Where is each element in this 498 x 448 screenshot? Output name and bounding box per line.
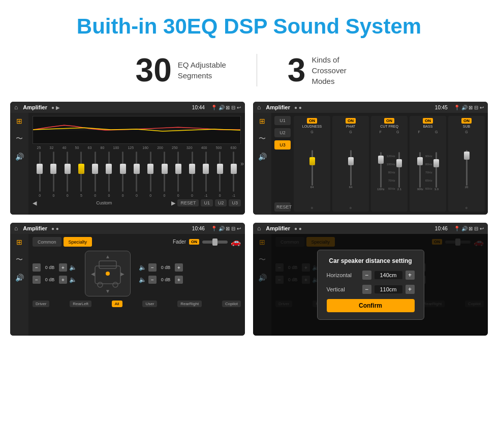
loudness-on-btn[interactable]: ON xyxy=(307,118,317,124)
horizontal-plus-btn[interactable]: + xyxy=(406,271,415,280)
screen1-icons: 📍 🔊 ⊠ ⊟ ↩ xyxy=(211,105,241,110)
horizontal-minus-btn[interactable]: − xyxy=(362,271,371,280)
home-icon: ⌂ xyxy=(14,104,18,111)
specialty-tab[interactable]: Specialty xyxy=(64,237,92,247)
fr-plus-btn[interactable]: + xyxy=(175,263,183,272)
speaker-icon[interactable]: 🔊 xyxy=(15,153,24,161)
loudness-labels: G xyxy=(295,130,329,134)
svg-point-4 xyxy=(113,282,118,287)
cutfreq-on-btn[interactable]: ON xyxy=(384,118,394,124)
eq-icon[interactable]: ⊞ xyxy=(16,117,22,125)
stats-row: 30 EQ Adjustable Segments 3 Kinds of Cro… xyxy=(0,49,498,102)
rl-value: 0 dB xyxy=(43,277,57,282)
rr-plus-btn[interactable]: + xyxy=(175,276,183,284)
sub-slider[interactable]: 20 xyxy=(465,150,469,191)
phat-name: PHAT xyxy=(346,125,355,128)
wave-icon-2[interactable]: 〜 xyxy=(259,134,266,143)
eq-label: EQ Adjustable Segments xyxy=(178,59,226,81)
loudness-slider[interactable]: 64 xyxy=(310,150,314,191)
fader-slider[interactable] xyxy=(202,241,228,244)
channel-reset-btn[interactable]: RESET xyxy=(274,202,291,212)
confirm-button[interactable]: Confirm xyxy=(327,299,415,312)
svg-point-3 xyxy=(98,282,103,287)
horizontal-ctrl: − 140cm + xyxy=(362,271,415,280)
eq-slider-1[interactable]: 0 xyxy=(34,152,46,197)
eq-slider-5[interactable]: 0 xyxy=(89,152,101,197)
distance-dialog: Car speaker distance setting Horizontal … xyxy=(317,250,424,320)
eq-number: 30 xyxy=(136,54,172,86)
rearright-btn[interactable]: RearRight xyxy=(177,301,202,307)
u1-preset-btn[interactable]: U1 xyxy=(274,116,291,125)
phat-on-btn[interactable]: ON xyxy=(346,118,356,124)
eq-slider-15[interactable]: -1 xyxy=(228,152,240,197)
eq-icon-2[interactable]: ⊞ xyxy=(259,117,265,125)
user-btn[interactable]: User xyxy=(142,301,157,307)
eq-slider-4[interactable]: 5 xyxy=(75,152,87,197)
u1-btn[interactable]: U1 xyxy=(201,199,213,206)
eq-slider-12[interactable]: 0 xyxy=(186,152,198,197)
speaker-icon-3[interactable]: 🔊 xyxy=(15,274,24,282)
eq-slider-6[interactable]: 0 xyxy=(103,152,115,197)
vertical-minus-btn[interactable]: − xyxy=(362,285,371,294)
eq-slider-7[interactable]: 0 xyxy=(117,152,129,197)
screen1-title: Amplifier xyxy=(23,104,47,110)
rearleft-btn[interactable]: RearLeft xyxy=(70,301,91,307)
fl-plus-btn[interactable]: + xyxy=(59,263,67,272)
eq-slider-10[interactable]: 0 xyxy=(158,152,170,197)
eq-icon-3[interactable]: ⊞ xyxy=(16,238,22,246)
screen3-time: 10:46 xyxy=(192,226,205,231)
eq-slider-14[interactable]: 0 xyxy=(213,152,226,197)
front-left-ctrl: − 0 dB + 🔈 xyxy=(33,263,77,272)
mode-label: Kinds of Crossover Modes xyxy=(312,54,362,86)
cutfreq-channel: ON CUT FREQ FG 120Hz xyxy=(371,116,408,212)
fl-minus-btn[interactable]: − xyxy=(33,263,41,272)
sub-sliders: 20 xyxy=(465,135,469,205)
u3-btn[interactable]: U3 xyxy=(229,199,241,206)
screen1-time: 10:44 xyxy=(192,105,205,110)
vertical-plus-btn[interactable]: + xyxy=(406,285,415,294)
u2-btn[interactable]: U2 xyxy=(215,199,227,206)
eq-slider-9[interactable]: 0 xyxy=(144,152,157,197)
common-tab[interactable]: Common xyxy=(33,237,61,247)
prev-icon[interactable]: ◀ xyxy=(33,200,37,206)
fr-minus-btn[interactable]: − xyxy=(148,263,157,272)
speaker-icon-2[interactable]: 🔊 xyxy=(258,153,267,161)
tab-row-3: Common Specialty Fader ON 🚗 xyxy=(33,237,241,247)
loudness-sliders: 64 xyxy=(310,135,314,205)
expand-icon[interactable]: » xyxy=(240,160,244,167)
u2-preset-btn[interactable]: U2 xyxy=(274,128,291,137)
phat-slider[interactable]: 64 xyxy=(349,150,353,191)
cutfreq-f-slider[interactable]: 120Hz xyxy=(377,152,384,193)
next-icon[interactable]: ▶ xyxy=(171,200,175,206)
eq-slider-11[interactable]: 0 xyxy=(172,152,184,197)
bass-f-slider[interactable]: 90Hz xyxy=(417,152,423,193)
eq-slider-13[interactable]: -1 xyxy=(200,152,212,197)
eq-stat: 30 EQ Adjustable Segments xyxy=(105,54,257,86)
rl-minus-btn[interactable]: − xyxy=(33,276,41,284)
cutfreq-g-slider[interactable]: 2.1 xyxy=(397,152,401,193)
rear-right-ctrl: 🔈 − 0 dB + xyxy=(139,276,183,284)
svg-text:▶: ▶ xyxy=(120,271,124,277)
all-btn[interactable]: All xyxy=(112,301,122,307)
eq-slider-8[interactable]: 0 xyxy=(131,152,143,197)
fader-on-btn[interactable]: ON xyxy=(189,239,199,245)
reset-btn[interactable]: RESET xyxy=(177,199,199,206)
screen4-statusbar: ⌂ Amplifier ● ● 10:46 📍 🔊 ⊠ ⊟ ↩ xyxy=(253,223,488,234)
eq-slider-3[interactable]: 0 xyxy=(61,152,74,197)
screens-grid: ⌂ Amplifier ● ▶ 10:44 📍 🔊 ⊠ ⊟ ↩ ⊞ 〜 🔊 xyxy=(0,102,498,346)
screen2-icons: 📍 🔊 ⊠ ⊟ ↩ xyxy=(454,105,484,110)
driver-btn[interactable]: Driver xyxy=(33,301,49,307)
u3-preset-btn[interactable]: U3 xyxy=(274,140,291,150)
front-right-ctrl: 🔈 − 0 dB + xyxy=(139,263,183,272)
wave-icon[interactable]: 〜 xyxy=(16,134,23,143)
copilot-btn[interactable]: Copilot xyxy=(222,301,241,307)
sub-on-btn[interactable]: ON xyxy=(461,118,472,124)
screen4: ⌂ Amplifier ● ● 10:46 📍 🔊 ⊠ ⊟ ↩ ⊞ 〜 🔊 Co… xyxy=(253,223,488,336)
bass-g-slider[interactable]: 3.0 xyxy=(434,152,439,193)
rl-plus-btn[interactable]: + xyxy=(59,276,67,284)
wave-icon-3[interactable]: 〜 xyxy=(16,255,23,264)
bass-on-btn[interactable]: ON xyxy=(423,118,433,124)
eq-slider-2[interactable]: 0 xyxy=(47,152,59,197)
rr-minus-btn[interactable]: − xyxy=(148,276,157,284)
screen2-dots: ● ● xyxy=(294,105,302,110)
